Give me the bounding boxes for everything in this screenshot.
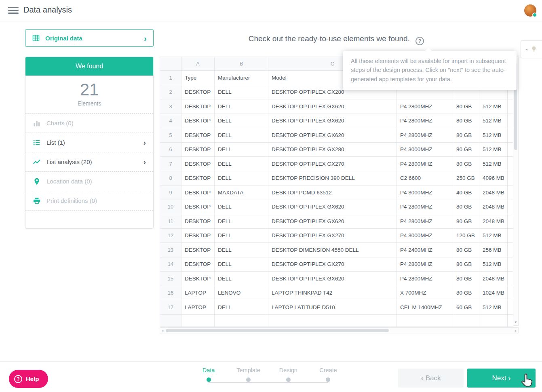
original-data-label: Original data: [45, 35, 139, 42]
element-list-item[interactable]: List (1)›: [25, 133, 153, 152]
tooltip-text: All these elements will be available for…: [351, 58, 506, 82]
sheet-cell: [508, 272, 513, 286]
step-dot: [246, 377, 251, 382]
panel-expand-icon: ◂: [525, 47, 527, 51]
sheet-cell: MAXDATA: [215, 185, 268, 200]
help-button[interactable]: ? Help: [9, 370, 48, 388]
horizontal-scrollbar[interactable]: ◂ ▸: [160, 327, 519, 333]
sheet-cell: [508, 157, 513, 171]
step-dot: [286, 377, 291, 382]
help-circle-icon[interactable]: ?: [415, 37, 424, 45]
sheet-cell: [508, 286, 513, 300]
sheet-row-number: 14: [160, 257, 181, 272]
sheet-cell: 80 GB: [453, 99, 479, 114]
sheet-row-number: 4: [160, 114, 181, 128]
chevron-left-icon: ‹: [421, 374, 424, 382]
sheet-body: 1TypeManufacturerModel2DESKTOPDELLDESKTO…: [160, 71, 513, 327]
back-button-label: Back: [426, 374, 441, 382]
sheet-row-number: 13: [160, 243, 181, 257]
main-heading-text: Check out the ready-to-use elements we f…: [249, 34, 410, 43]
back-button[interactable]: ‹ Back: [398, 369, 464, 388]
sheet-cell: [508, 185, 513, 200]
sheet-row-number: 9: [160, 185, 181, 200]
avatar[interactable]: [524, 4, 536, 17]
menu-icon[interactable]: [8, 7, 19, 14]
line-chart-icon: [33, 158, 41, 166]
scroll-down-icon[interactable]: ▼: [513, 320, 518, 324]
original-data-button[interactable]: Original data ›: [25, 29, 154, 47]
sheet-cell: DELL: [215, 228, 268, 243]
sheet-cell: P4 2400MHZ: [397, 243, 453, 257]
sheet-row: 5DESKTOPDELLDESKTOP OPTIPLEX GX620P4 280…: [160, 128, 513, 143]
top-bar: Data analysis: [0, 0, 542, 21]
sheet-row-number: 6: [160, 142, 181, 157]
chevron-right-icon: ›: [508, 374, 510, 382]
sheet-cell: 40 GB: [453, 185, 479, 200]
sheet-cell: Manufacturer: [215, 71, 268, 85]
sheet-cell: 80 GB: [453, 286, 479, 300]
step-create[interactable]: Create: [313, 367, 344, 388]
scroll-left-icon[interactable]: ◂: [162, 329, 163, 332]
element-list-item[interactable]: List analysis (20)›: [25, 152, 153, 172]
horizontal-scroll-thumb[interactable]: [166, 329, 389, 332]
sheet-cell: [508, 142, 513, 157]
sheet-cell: DESKTOP OPTIPLEX GX620: [268, 99, 397, 114]
sheet-cell: DESKTOP: [181, 85, 215, 99]
card-filler: [25, 211, 153, 228]
element-list-item: Location data (0): [25, 172, 153, 191]
page-title: Data analysis: [23, 5, 72, 15]
info-tooltip: All these elements will be available for…: [343, 51, 517, 90]
step-template[interactable]: Template: [233, 367, 264, 388]
sheet-cell: DESKTOP OPTIPLEX GX620: [268, 272, 397, 286]
sheet-cell: P4 2800MHZ: [397, 214, 453, 229]
sheet-cell: 512 MB: [479, 228, 508, 243]
sheet-cell: 80 GB: [453, 257, 479, 272]
sheet-cell: [508, 300, 513, 315]
step-dot: [326, 377, 330, 382]
list-icon: [33, 139, 41, 147]
main-heading: Check out the ready-to-use elements we f…: [160, 34, 513, 45]
sheet-row-number: 15: [160, 272, 181, 286]
sheet-cell: LAPTOP: [181, 286, 215, 300]
sheet-cell: 120 GB: [453, 228, 479, 243]
chevron-right-icon: ›: [144, 34, 147, 42]
sheet-cell: [479, 314, 508, 327]
sheet-column-letter: B: [215, 57, 268, 71]
sheet-cell: [508, 200, 513, 214]
sheet-cell: DELL: [215, 300, 268, 315]
step-data[interactable]: Data: [193, 367, 224, 388]
vertical-scrollbar[interactable]: ▲ ▼: [513, 57, 519, 326]
sheet-cell: DESKTOP: [181, 185, 215, 200]
sheet-row-empty: [160, 314, 513, 327]
scroll-right-icon[interactable]: ▸: [515, 329, 517, 332]
sheet-cell: DESKTOP: [181, 214, 215, 229]
sheet-cell: DESKTOP PCMD 63512: [268, 185, 397, 200]
stepper-steps: DataTemplateDesignCreate: [193, 367, 344, 388]
step-design[interactable]: Design: [273, 367, 304, 388]
sheet-row-number: 2: [160, 85, 181, 99]
tips-panel-toggle[interactable]: ◂: [521, 40, 542, 58]
sheet-cell: DELL: [215, 257, 268, 272]
sheet-cell: [508, 314, 513, 327]
sheet-row: 4DESKTOPDELLDESKTOP OPTIPLEX GX620P4 280…: [160, 114, 513, 128]
sheet-cell: DESKTOP OPTIPLEX GX620: [268, 214, 397, 229]
sheet-cell: 80 GB: [453, 128, 479, 143]
sheet-row: 17LAPTOPDELLLAPTOP LATITUDE D510CEL M 14…: [160, 300, 513, 315]
sheet-cell: P4 2800MHZ: [397, 157, 453, 171]
sheet-cell: P4 2800MHZ: [397, 114, 453, 128]
element-list-item-label: Location data (0): [46, 178, 146, 185]
sheet-cell: DESKTOP PRECISION 390 DELL: [268, 171, 397, 185]
sheet-cell: LAPTOP THINKPAD T42: [268, 286, 397, 300]
sheet-cell: DESKTOP: [181, 171, 215, 185]
step-label: Data: [202, 367, 215, 375]
next-button[interactable]: Next ›: [467, 369, 536, 388]
sheet-cell: DELL: [215, 243, 268, 257]
sheet-cell: LENOVO: [215, 286, 268, 300]
sheet-cell: DELL: [215, 99, 268, 114]
sheet-cell: 80 GB: [453, 243, 479, 257]
sheet-cell: P4 2800MHZ: [397, 128, 453, 143]
sheet-cell: X 700MHZ: [397, 286, 453, 300]
sheet-cell: DESKTOP: [181, 272, 215, 286]
elements-count-label: Elements: [33, 100, 146, 107]
element-list-item-label: Print definitions (0): [46, 197, 146, 204]
